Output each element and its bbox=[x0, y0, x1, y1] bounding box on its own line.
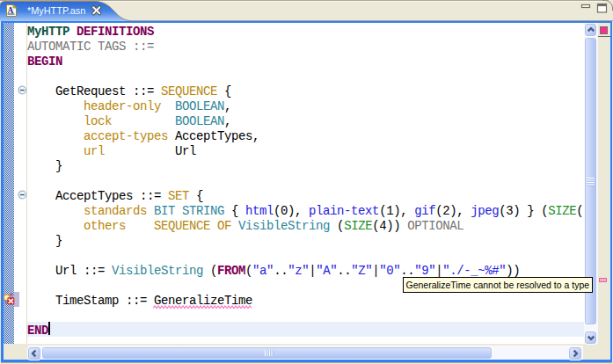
svg-text:*MyHTTP.asn: *MyHTTP.asn bbox=[27, 5, 85, 16]
